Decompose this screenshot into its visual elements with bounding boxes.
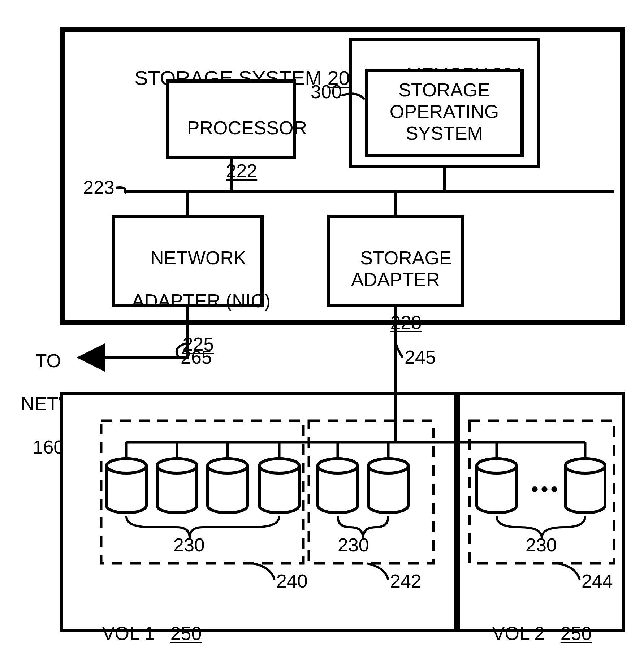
vol1-label: VOL 1 250 — [81, 601, 202, 654]
storage-adapter-title: STORAGE ADAPTER 228 — [327, 226, 464, 355]
diagram-stage: STORAGE SYSTEM 200 PROCESSOR 222 MEMORY … — [0, 0, 644, 654]
disk-g2-1: P — [377, 482, 399, 504]
disk-ref-1: 230 — [173, 534, 205, 556]
disk-g1-0: D — [116, 482, 137, 504]
net-link-ref: 265 — [181, 347, 212, 368]
raid-b-ref: 242 — [390, 571, 422, 592]
storage-link-ref: 245 — [405, 347, 436, 368]
bus-ref: 223 — [83, 177, 114, 199]
raid-c-ref: 244 — [582, 571, 613, 592]
disk-g3-1: P — [574, 482, 596, 504]
disk-g1-1: D — [166, 482, 188, 504]
vol2-box — [457, 392, 625, 632]
vol2-ellipsis: ••• — [531, 477, 560, 502]
disk-ref-3: 230 — [526, 534, 557, 556]
disk-g1-3: P — [268, 482, 290, 504]
raid-a-ref: 240 — [276, 571, 308, 592]
sos-ref: 300 — [311, 81, 342, 103]
processor-title: PROCESSOR 222 — [166, 96, 296, 204]
vol1-box — [60, 392, 457, 632]
disk-g1-2: D — [217, 482, 238, 504]
disk-g3-0: D — [486, 482, 507, 504]
disk-g2-0: D — [327, 482, 349, 504]
disk-ref-2: 230 — [338, 534, 369, 556]
vol2-label: VOL 2 250 — [471, 601, 592, 654]
sos-title: STORAGE OPERATING SYSTEM — [365, 79, 524, 144]
